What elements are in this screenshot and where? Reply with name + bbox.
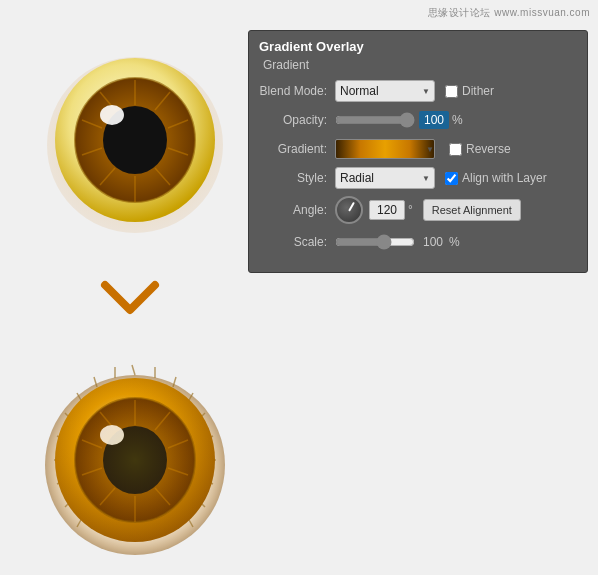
angle-dial[interactable] (335, 196, 363, 224)
style-select[interactable]: LinearRadialAngleReflectedDiamond (335, 167, 435, 189)
scale-percent: % (449, 235, 460, 249)
gradient-preview[interactable] (335, 139, 435, 159)
style-label: Style: (259, 171, 327, 185)
dither-text: Dither (462, 84, 494, 98)
reverse-text: Reverse (466, 142, 511, 156)
align-text: Align with Layer (462, 171, 547, 185)
blend-mode-row: Blend Mode: NormalDissolveMultiplyScreen… (259, 80, 577, 102)
angle-label: Angle: (259, 203, 327, 217)
gradient-overlay-panel: Gradient Overlay Gradient Blend Mode: No… (248, 30, 588, 273)
panel-title: Gradient Overlay (259, 39, 577, 54)
panel-subtitle: Gradient (259, 58, 577, 72)
reverse-checkbox-label[interactable]: Reverse (449, 142, 511, 156)
scale-value: 100 (423, 235, 443, 249)
svg-point-15 (100, 105, 124, 125)
blend-mode-label: Blend Mode: (259, 84, 327, 98)
opacity-percent: % (452, 113, 463, 127)
opacity-label: Opacity: (259, 113, 327, 127)
svg-point-51 (55, 378, 215, 542)
gradient-row: Gradient: Reverse (259, 138, 577, 160)
svg-line-17 (132, 365, 135, 375)
scale-label: Scale: (259, 235, 327, 249)
opacity-slider[interactable] (335, 112, 415, 128)
degree-symbol: ° (408, 203, 413, 217)
opacity-row: Opacity: 100 % (259, 109, 577, 131)
align-checkbox-label[interactable]: Align with Layer (445, 171, 547, 185)
eye-illustration-top (40, 40, 230, 243)
style-row: Style: LinearRadialAngleReflectedDiamond… (259, 167, 577, 189)
angle-row: Angle: 120 ° Reset Alignment (259, 196, 577, 224)
reset-alignment-button[interactable]: Reset Alignment (423, 199, 521, 221)
blend-mode-select[interactable]: NormalDissolveMultiplyScreenOverlaySoft … (335, 80, 435, 102)
scale-row: Scale: 100 % (259, 231, 577, 253)
blend-mode-select-wrapper[interactable]: NormalDissolveMultiplyScreenOverlaySoft … (335, 80, 435, 102)
opacity-input[interactable]: 100 (419, 111, 449, 129)
gradient-select-wrapper[interactable] (335, 139, 439, 159)
align-checkbox[interactable] (445, 172, 458, 185)
chevron-arrow (100, 280, 160, 323)
scale-slider[interactable] (335, 234, 415, 250)
angle-input[interactable]: 120 (369, 200, 405, 220)
eye-illustration-bottom (40, 360, 230, 563)
gradient-label: Gradient: (259, 142, 327, 156)
reverse-checkbox[interactable] (449, 143, 462, 156)
watermark: 思缘设计论坛 www.missvuan.com (428, 6, 590, 20)
dither-checkbox[interactable] (445, 85, 458, 98)
style-select-wrapper[interactable]: LinearRadialAngleReflectedDiamond (335, 167, 435, 189)
dither-checkbox-label[interactable]: Dither (445, 84, 494, 98)
